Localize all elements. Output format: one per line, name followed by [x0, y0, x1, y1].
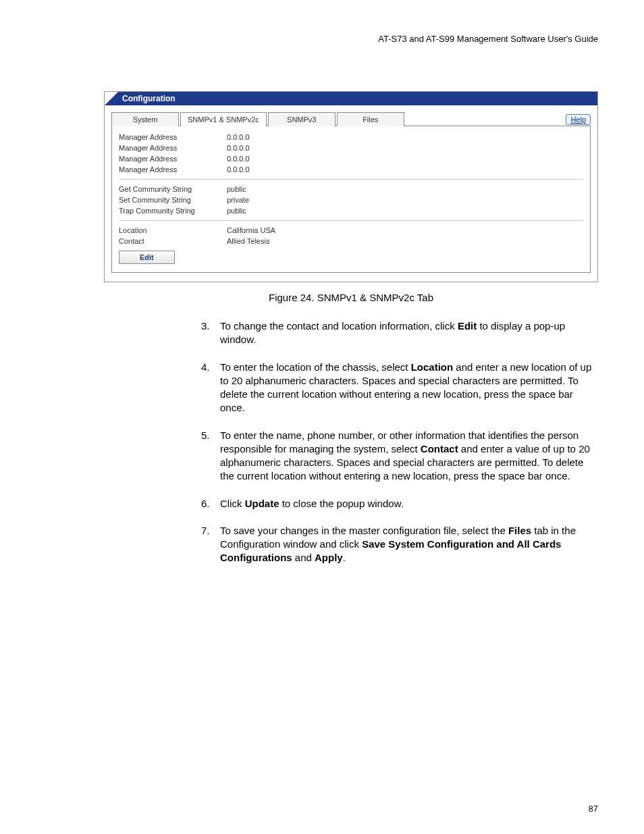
tabs-holder: System SNMPv1 & SNMPv2c SNMPv3 Files [111, 112, 406, 126]
panel-titlebar: Configuration [105, 92, 597, 105]
step-text: To enter the location of the chassis, se… [220, 361, 598, 415]
table-row: Manager Address 0.0.0.0 [119, 153, 583, 164]
doc-header: AT-S73 and AT-S99 Management Software Us… [46, 34, 598, 44]
tab-snmpv1-v2c[interactable]: SNMPv1 & SNMPv2c [180, 112, 267, 126]
table-row: Manager Address 0.0.0.0 [119, 132, 583, 142]
manager-address-label: Manager Address [119, 144, 227, 152]
trap-community-label: Trap Community String [119, 207, 227, 215]
manager-address-value: 0.0.0.0 [227, 165, 583, 174]
step-number: 3. [201, 319, 220, 347]
table-row: Get Community String public [119, 184, 583, 194]
step-text: To enter the name, phone number, or othe… [220, 429, 598, 484]
instructions-list: 3. To change the contact and location in… [201, 319, 598, 565]
step-text: To save your changes in the master confi… [220, 524, 598, 565]
edit-button[interactable]: Edit [119, 251, 175, 264]
manager-address-label: Manager Address [119, 165, 227, 174]
contact-value: Allied Telesis [227, 237, 583, 245]
step-4: 4. To enter the location of the chassis,… [201, 361, 598, 415]
location-label: Location [119, 226, 227, 234]
table-row: Manager Address 0.0.0.0 [119, 164, 583, 175]
manager-address-value: 0.0.0.0 [227, 133, 583, 141]
divider [119, 220, 583, 221]
tab-files[interactable]: Files [337, 112, 404, 126]
manager-address-label: Manager Address [119, 133, 227, 141]
step-number: 5. [201, 429, 220, 484]
set-community-label: Set Community String [119, 196, 227, 204]
divider [119, 179, 583, 180]
set-community-value: private [227, 196, 583, 204]
trap-community-value: public [227, 207, 583, 215]
panel-title: Configuration [118, 92, 176, 105]
page-number: 87 [589, 804, 598, 814]
manager-address-value: 0.0.0.0 [227, 155, 583, 163]
tab-content: Manager Address 0.0.0.0 Manager Address … [111, 126, 591, 273]
tab-snmpv3[interactable]: SNMPv3 [268, 112, 336, 126]
tab-system[interactable]: System [111, 112, 179, 126]
table-row: Manager Address 0.0.0.0 [119, 142, 583, 153]
step-3: 3. To change the contact and location in… [201, 319, 598, 347]
table-row: Trap Community String public [119, 205, 583, 216]
table-row: Contact Allied Telesis [119, 236, 583, 246]
configuration-panel: Configuration System SNMPv1 & SNMPv2c SN… [104, 91, 598, 282]
help-button[interactable]: Help [566, 114, 591, 125]
step-number: 6. [201, 497, 220, 511]
manager-address-value: 0.0.0.0 [227, 144, 583, 152]
get-community-label: Get Community String [119, 185, 227, 193]
tabs-row: System SNMPv1 & SNMPv2c SNMPv3 Files Hel… [105, 105, 597, 126]
step-5: 5. To enter the name, phone number, or o… [201, 429, 598, 484]
manager-address-label: Manager Address [119, 155, 227, 163]
step-text: To change the contact and location infor… [220, 319, 598, 347]
location-value: California USA [227, 226, 583, 234]
table-row: Set Community String private [119, 194, 583, 205]
step-number: 7. [201, 524, 220, 565]
step-number: 4. [201, 361, 220, 415]
titlebar-corner-icon [105, 92, 118, 105]
step-text: Click Update to close the popup window. [220, 497, 598, 511]
step-6: 6. Click Update to close the popup windo… [201, 497, 598, 511]
step-7: 7. To save your changes in the master co… [201, 524, 598, 565]
contact-label: Contact [119, 237, 227, 245]
figure-caption: Figure 24. SNMPv1 & SNMPv2c Tab [104, 292, 598, 303]
get-community-value: public [227, 185, 583, 193]
table-row: Location California USA [119, 225, 583, 236]
